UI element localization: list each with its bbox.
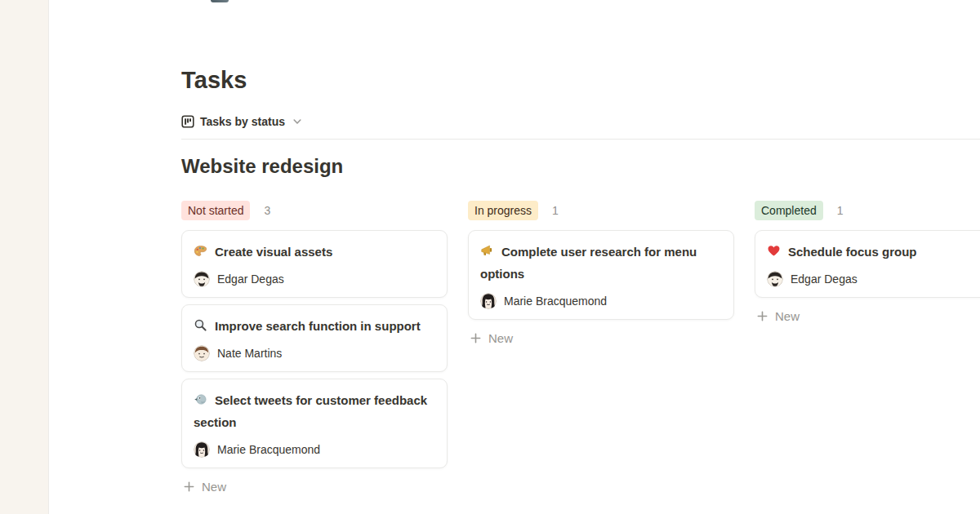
card-title-text: Complete user research for menu options — [480, 245, 697, 281]
plus-icon — [183, 481, 195, 493]
assignee-name: Edgar Degas — [791, 273, 858, 286]
assignee-row: Edgar Degas — [767, 271, 980, 287]
new-button-label: New — [202, 480, 226, 494]
magnifier-icon — [194, 317, 207, 330]
notion-app-window: Tasks Tasks by status Website redesign N… — [0, 0, 980, 514]
collapsed-sidebar[interactable] — [0, 0, 49, 514]
page-title: Tasks — [181, 68, 980, 93]
card-title-text: Select tweets for customer feedback sect… — [194, 393, 427, 429]
assignee-row: Edgar Degas — [194, 271, 435, 287]
avatar — [194, 345, 210, 361]
task-card-select-tweets[interactable]: Select tweets for customer feedback sect… — [181, 379, 448, 468]
add-new-task-button[interactable]: New — [468, 326, 734, 350]
palette-icon — [194, 242, 207, 256]
column-count: 3 — [264, 204, 270, 217]
megaphone-icon — [480, 242, 494, 256]
avatar — [194, 271, 210, 287]
assignee-name: Nate Martins — [217, 347, 282, 360]
avatar — [480, 293, 497, 309]
avatar — [194, 441, 210, 458]
task-card-complete-user-research[interactable]: Complete user research for menu options … — [468, 230, 734, 320]
assignee-row: Nate Martins — [194, 345, 435, 361]
column-header: Completed 1 — [755, 201, 980, 220]
card-title: Select tweets for customer feedback sect… — [194, 389, 435, 433]
assignee-name: Marie Bracquemond — [504, 295, 607, 308]
column-header: In progress 1 — [468, 201, 734, 220]
add-new-task-button[interactable]: New — [181, 475, 448, 498]
view-tab-tasks-by-status[interactable]: Tasks by status — [181, 115, 302, 128]
kanban-board: Not started 3 Create visual assets Edgar… — [181, 201, 980, 498]
card-title: Improve search function in support — [194, 315, 435, 337]
avatar — [767, 271, 783, 287]
new-button-label: New — [488, 331, 513, 345]
header-divider — [181, 139, 980, 140]
column-count: 1 — [837, 204, 844, 217]
column-header: Not started 3 — [181, 201, 448, 220]
column-count: 1 — [552, 204, 559, 217]
board-view-icon — [181, 115, 194, 128]
task-card-improve-search-function[interactable]: Improve search function in support Nate … — [181, 304, 448, 372]
column-in-progress: In progress 1 Complete user research for… — [468, 201, 734, 350]
status-badge-not-started[interactable]: Not started — [181, 201, 250, 220]
bird-icon — [194, 391, 207, 405]
card-title: Schedule focus group — [767, 241, 980, 263]
add-new-task-button[interactable]: New — [755, 304, 980, 328]
board-title: Website redesign — [181, 154, 980, 179]
column-completed: Completed 1 Schedule focus group Edgar D… — [755, 201, 980, 328]
status-badge-in-progress[interactable]: In progress — [468, 201, 538, 220]
chevron-down-icon — [292, 117, 302, 126]
assignee-name: Marie Bracquemond — [217, 443, 320, 456]
card-title-text: Improve search function in support — [215, 319, 421, 333]
new-button-label: New — [775, 309, 800, 323]
heart-icon — [767, 242, 781, 256]
card-title-text: Create visual assets — [215, 245, 332, 259]
status-badge-completed[interactable]: Completed — [755, 201, 823, 220]
card-title-text: Schedule focus group — [788, 245, 917, 259]
assignee-row: Marie Bracquemond — [194, 441, 435, 458]
page-content: Tasks Tasks by status Website redesign N… — [49, 0, 980, 514]
task-card-create-visual-assets[interactable]: Create visual assets Edgar Degas — [181, 230, 448, 298]
card-title: Complete user research for menu options — [480, 241, 722, 285]
column-not-started: Not started 3 Create visual assets Edgar… — [181, 201, 448, 498]
view-tab-label: Tasks by status — [200, 115, 285, 128]
task-card-schedule-focus-group[interactable]: Schedule focus group Edgar Degas — [755, 230, 980, 298]
plus-icon — [470, 332, 482, 344]
assignee-name: Edgar Degas — [217, 273, 284, 286]
card-title: Create visual assets — [194, 241, 435, 263]
assignee-row: Marie Bracquemond — [480, 293, 722, 309]
plus-icon — [756, 310, 768, 322]
